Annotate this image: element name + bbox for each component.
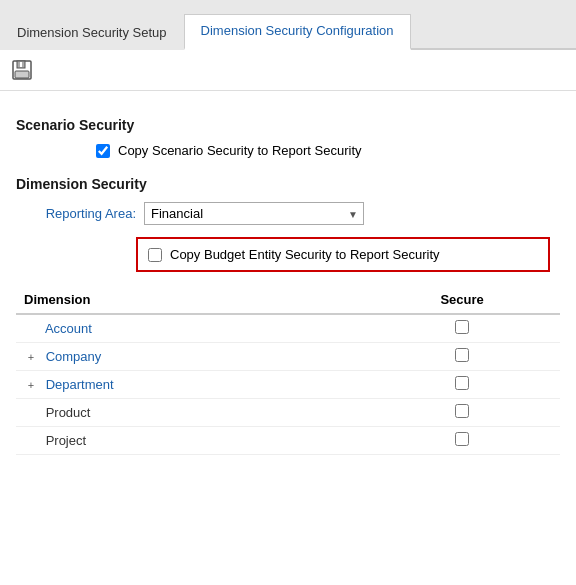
dimension-name-department[interactable]: Department <box>46 377 114 392</box>
svg-rect-2 <box>15 71 29 78</box>
table-row: + Department <box>16 371 560 399</box>
reporting-area-label: Reporting Area: <box>36 206 136 221</box>
tab-setup[interactable]: Dimension Security Setup <box>0 16 184 50</box>
copy-scenario-row: Copy Scenario Security to Report Securit… <box>16 143 560 158</box>
dimension-name-account[interactable]: Account <box>45 321 92 336</box>
scenario-security-title: Scenario Security <box>16 117 560 133</box>
copy-budget-label: Copy Budget Entity Security to Report Se… <box>170 247 440 262</box>
project-secure-checkbox[interactable] <box>455 432 469 446</box>
reporting-area-row: Reporting Area: Financial Budget Actual <box>16 202 560 225</box>
dimension-table: Dimension Secure Account + <box>16 286 560 455</box>
copy-scenario-checkbox[interactable] <box>96 144 110 158</box>
dimension-security-title: Dimension Security <box>16 176 560 192</box>
dimension-security-section: Dimension Security Reporting Area: Finan… <box>16 176 560 455</box>
table-row: Project <box>16 427 560 455</box>
table-row: Account <box>16 314 560 343</box>
product-secure-checkbox[interactable] <box>455 404 469 418</box>
dimension-col-header: Dimension <box>16 286 364 314</box>
department-secure-checkbox[interactable] <box>455 376 469 390</box>
company-secure-checkbox[interactable] <box>455 348 469 362</box>
reporting-area-select[interactable]: Financial Budget Actual <box>144 202 364 225</box>
dimension-name-company[interactable]: Company <box>46 349 102 364</box>
expand-icon-company[interactable]: + <box>24 351 38 363</box>
save-button[interactable] <box>10 58 34 82</box>
scenario-security-section: Scenario Security Copy Scenario Security… <box>16 117 560 158</box>
dimension-name-product: Product <box>46 405 91 420</box>
main-content: Scenario Security Copy Scenario Security… <box>0 91 576 467</box>
reporting-area-select-wrapper: Financial Budget Actual <box>144 202 364 225</box>
account-secure-checkbox[interactable] <box>455 320 469 334</box>
svg-rect-3 <box>20 62 22 67</box>
copy-budget-checkbox[interactable] <box>148 248 162 262</box>
copy-budget-box: Copy Budget Entity Security to Report Se… <box>136 237 550 272</box>
table-row: + Company <box>16 343 560 371</box>
toolbar <box>0 50 576 91</box>
tab-bar: Dimension Security Setup Dimension Secur… <box>0 0 576 50</box>
secure-col-header: Secure <box>364 286 560 314</box>
expand-icon-department[interactable]: + <box>24 379 38 391</box>
dimension-name-project: Project <box>46 433 86 448</box>
copy-scenario-label: Copy Scenario Security to Report Securit… <box>118 143 362 158</box>
table-row: Product <box>16 399 560 427</box>
tab-config[interactable]: Dimension Security Configuration <box>184 14 411 50</box>
